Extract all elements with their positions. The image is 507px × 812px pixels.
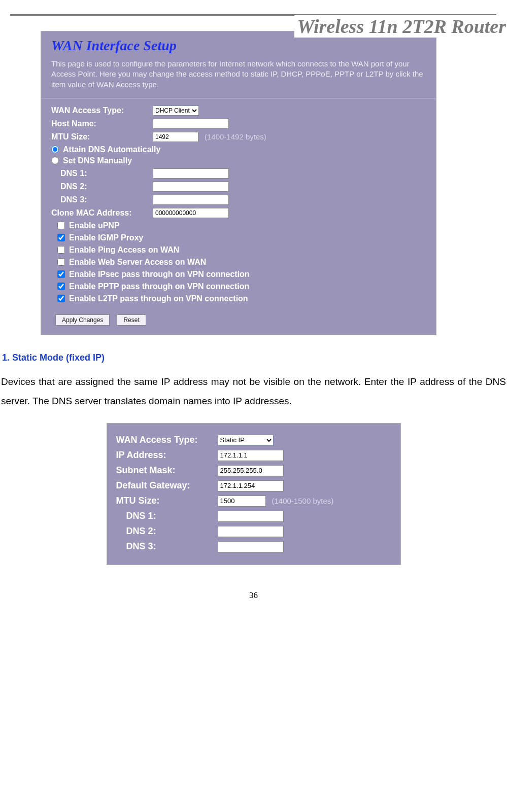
- enable-igmp-proxy-label: Enable IGMP Proxy: [69, 233, 143, 242]
- wan-access-type-select-2[interactable]: Static IP: [218, 435, 274, 446]
- enable-ipsec-passthrough-checkbox[interactable]: [57, 270, 65, 278]
- wan-setup-screenshot: WAN Interface Setup This page is used to…: [41, 31, 436, 335]
- reset-button[interactable]: Reset: [117, 314, 146, 326]
- enable-l2tp-passthrough-checkbox[interactable]: [57, 295, 65, 302]
- default-gateway-label: Default Gateway:: [116, 480, 218, 491]
- ip-address-label: IP Address:: [116, 450, 218, 461]
- wan-access-type-label-2: WAN Access Type:: [116, 435, 218, 445]
- set-dns-manual-radio[interactable]: [51, 157, 59, 164]
- wan-access-type-select[interactable]: DHCP Client: [153, 105, 199, 116]
- mtu-size-label: MTU Size:: [51, 132, 153, 142]
- static-ip-screenshot: WAN Access Type: Static IP IP Address: S…: [107, 423, 401, 565]
- dns3-input[interactable]: [153, 195, 229, 205]
- panel-description: This page is used to configure the param…: [51, 59, 426, 90]
- wan-access-type-label: WAN Access Type:: [51, 106, 153, 115]
- enable-upnp-checkbox[interactable]: [57, 222, 65, 229]
- host-name-input[interactable]: [153, 119, 229, 129]
- dns2-input[interactable]: [153, 182, 229, 192]
- subnet-mask-input[interactable]: [218, 465, 284, 476]
- dns2-label-2: DNS 2:: [116, 526, 218, 537]
- host-name-label: Host Name:: [51, 119, 153, 128]
- apply-changes-button[interactable]: Apply Changes: [55, 314, 110, 326]
- panel-title: WAN Interface Setup: [51, 38, 426, 54]
- dns3-input-2[interactable]: [218, 541, 284, 552]
- enable-pptp-passthrough-checkbox[interactable]: [57, 283, 65, 290]
- page-number: 36: [0, 590, 507, 608]
- static-mode-heading: 1. Static Mode (fixed IP): [0, 352, 507, 363]
- dns3-label: DNS 3:: [51, 195, 153, 204]
- attain-dns-auto-label: Attain DNS Automatically: [63, 145, 160, 154]
- dns3-label-2: DNS 3:: [116, 541, 218, 552]
- mtu-size-label-2: MTU Size:: [116, 496, 218, 506]
- document-header-title: Wireless 11n 2T2R Router: [294, 15, 506, 38]
- enable-ping-wan-checkbox[interactable]: [57, 246, 65, 254]
- enable-l2tp-passthrough-label: Enable L2TP pass through on VPN connecti…: [69, 294, 248, 303]
- mtu-size-input-2[interactable]: [218, 496, 266, 507]
- dns1-input[interactable]: [153, 168, 229, 179]
- ip-address-input[interactable]: [218, 450, 284, 461]
- subnet-mask-label: Subnet Mask:: [116, 465, 218, 476]
- set-dns-manual-label: Set DNS Manually: [63, 156, 132, 165]
- enable-ping-wan-label: Enable Ping Access on WAN: [69, 245, 179, 255]
- dns1-label: DNS 1:: [51, 169, 153, 178]
- divider: [41, 98, 436, 98]
- mtu-size-hint: (1400-1492 bytes): [205, 132, 266, 141]
- dns1-input-2[interactable]: [218, 511, 284, 522]
- dns2-input-2[interactable]: [218, 526, 284, 537]
- dns2-label: DNS 2:: [51, 182, 153, 191]
- clone-mac-input[interactable]: [153, 208, 229, 218]
- default-gateway-input[interactable]: [218, 480, 284, 491]
- enable-upnp-label: Enable uPNP: [69, 221, 120, 230]
- attain-dns-auto-radio[interactable]: [51, 146, 59, 153]
- enable-web-wan-label: Enable Web Server Access on WAN: [69, 258, 206, 267]
- dns1-label-2: DNS 1:: [116, 511, 218, 521]
- enable-web-wan-checkbox[interactable]: [57, 258, 65, 266]
- clone-mac-label: Clone MAC Address:: [51, 208, 153, 218]
- mtu-size-input[interactable]: [153, 132, 198, 142]
- static-mode-paragraph: Devices that are assigned the same IP ad…: [0, 372, 507, 411]
- enable-igmp-proxy-checkbox[interactable]: [57, 234, 65, 241]
- mtu-size-hint-2: (1400-1500 bytes): [272, 497, 334, 505]
- enable-ipsec-passthrough-label: Enable IPsec pass through on VPN connect…: [69, 270, 250, 279]
- enable-pptp-passthrough-label: Enable PPTP pass through on VPN connecti…: [69, 282, 249, 291]
